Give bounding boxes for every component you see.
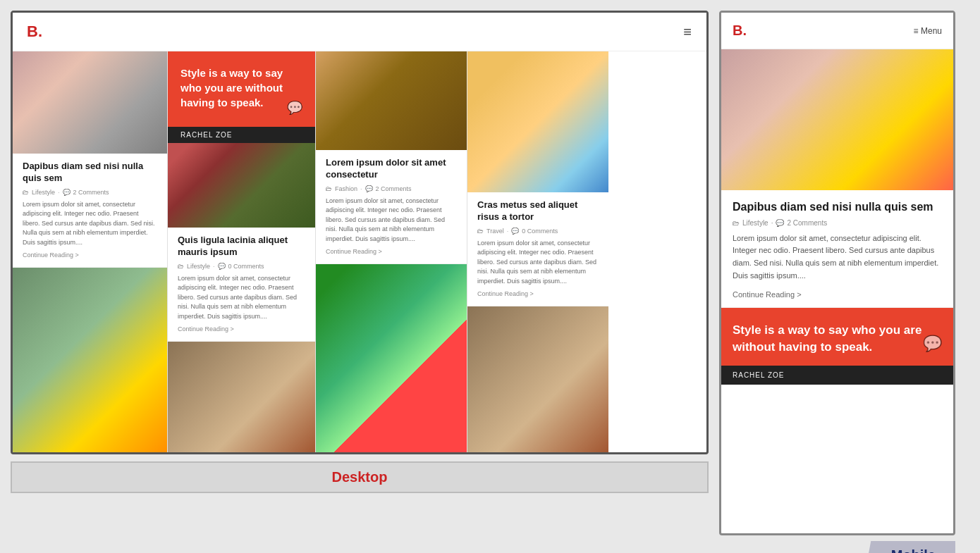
mobile-excerpt: Lorem ipsum dolor sit amet, consectetur … [733, 232, 942, 282]
comment-icon-4: 💬 [511, 228, 519, 235]
col4-article-title: Cras metus sed aliquet risus a tortor [477, 199, 599, 223]
mobile-article-block: Dapibus diam sed nisi nulla quis sem 🗁 L… [721, 190, 953, 308]
col3-category: Fashion [335, 185, 357, 192]
desktop-label-text: Desktop [332, 469, 388, 485]
col3-article-title: Lorem ipsum dolor sit amet consectetur [326, 157, 457, 181]
desktop-section: B. ≡ Dapibus diam sed nisi nulla quis se… [11, 11, 709, 493]
folder-icon-2: 🗁 [178, 263, 184, 270]
mobile-label: Mobile [866, 541, 955, 553]
mobile-folder-icon: 🗁 [733, 219, 740, 227]
mobile-hamburger-icon: ≡ [914, 26, 919, 36]
mobile-frame: B. ≡ Menu Dapibus diam sed nisi nulla qu… [719, 11, 955, 535]
desktop-hamburger-icon[interactable]: ≡ [683, 24, 692, 40]
col3-image-1 [316, 51, 467, 150]
mobile-menu-label: ≡ Menu [914, 26, 942, 36]
col4-article-1: Cras metus sed aliquet risus a tortor 🗁 … [467, 192, 608, 306]
col2-article-1: Quis ligula lacinia aliquet mauris ipsum… [168, 228, 315, 342]
col1-continue[interactable]: Continue Reading [23, 251, 157, 259]
col4-excerpt: Lorem ipsum dolor sit amet, consectetur … [477, 239, 599, 287]
col4-image-2 [467, 306, 608, 454]
col2-continue[interactable]: Continue Reading [178, 325, 305, 333]
desktop-col-4: Cras metus sed aliquet risus a tortor 🗁 … [467, 51, 608, 454]
col2-excerpt: Lorem ipsum dolor sit amet, consectetur … [178, 274, 305, 322]
mobile-category: Lifestyle [742, 219, 768, 227]
col1-comments: 2 Comments [73, 189, 109, 196]
col2-article-title: Quis ligula lacinia aliquet mauris ipsum [178, 235, 305, 259]
col2-image-2 [168, 342, 315, 454]
col1-image-1 [13, 51, 167, 154]
quote-author: RACHEL ZOE [168, 127, 315, 143]
col1-article-title: Dapibus diam sed nisi nulla quis sem [23, 161, 157, 185]
col2-comments: 0 Comments [228, 263, 264, 270]
mobile-content[interactable]: Dapibus diam sed nisi nulla quis sem 🗁 L… [721, 49, 953, 535]
col3-article-meta: 🗁 Fashion · 💬 2 Comments [326, 185, 457, 192]
col2-category: Lifestyle [187, 263, 210, 270]
folder-icon-3: 🗁 [326, 185, 332, 192]
folder-icon: 🗁 [23, 189, 29, 196]
mobile-comments: 2 Comments [787, 219, 827, 227]
col1-image-2 [13, 268, 167, 454]
col4-comments: 0 Comments [522, 228, 558, 235]
col2-image-1 [168, 143, 315, 228]
desktop-blog-header: B. ≡ [13, 13, 706, 51]
mobile-logo: B. [733, 23, 747, 39]
desktop-col-3: Lorem ipsum dolor sit amet consectetur 🗁… [316, 51, 467, 454]
folder-icon-4: 🗁 [477, 228, 484, 235]
mobile-quote-bubble-icon: 💬 [923, 335, 942, 353]
col1-article-meta: 🗁 Lifestyle · 💬 2 Comments [23, 189, 157, 196]
comment-icon-2: 💬 [218, 263, 226, 270]
mobile-hero-image [721, 49, 953, 190]
col1-excerpt: Lorem ipsum dolor sit amet, consectetur … [23, 200, 157, 248]
comment-icon: 💬 [63, 189, 71, 196]
desktop-col-2: Style is a way to say who you are withou… [168, 51, 316, 454]
mobile-quote-author: RACHEL ZOE [721, 366, 953, 385]
col4-category: Travel [486, 228, 504, 235]
col1-article-1: Dapibus diam sed nisi nulla quis sem 🗁 L… [13, 154, 167, 268]
col1-category: Lifestyle [32, 189, 55, 196]
main-layout: B. ≡ Dapibus diam sed nisi nulla quis se… [11, 11, 969, 542]
col3-excerpt: Lorem ipsum dolor sit amet, consectetur … [326, 197, 457, 244]
col3-image-2 [316, 264, 467, 454]
mobile-label-wrapper: Mobile [719, 541, 955, 553]
desktop-frame: B. ≡ Dapibus diam sed nisi nulla quis se… [11, 11, 709, 454]
col4-continue[interactable]: Continue Reading [477, 290, 599, 297]
mobile-label-text: Mobile [891, 547, 936, 553]
mobile-article-meta: 🗁 Lifestyle · 💬 2 Comments [733, 219, 942, 227]
col3-continue[interactable]: Continue Reading [326, 248, 457, 255]
mobile-quote-block: Style is a way to say who you are withou… [721, 308, 953, 366]
mobile-section: B. ≡ Menu Dapibus diam sed nisi nulla qu… [719, 11, 955, 553]
quote-text: Style is a way to say who you are withou… [180, 66, 302, 110]
mobile-continue[interactable]: Continue Reading [733, 290, 802, 299]
desktop-label: Desktop [11, 461, 709, 493]
col4-article-meta: 🗁 Travel · 💬 0 Comments [477, 228, 599, 235]
quote-bubble-icon: 💬 [287, 100, 302, 116]
desktop-grid: Dapibus diam sed nisi nulla quis sem 🗁 L… [13, 51, 706, 454]
desktop-col-1: Dapibus diam sed nisi nulla quis sem 🗁 L… [13, 51, 168, 454]
comment-icon-3: 💬 [365, 185, 373, 192]
col4-image-1 [467, 51, 608, 192]
mobile-blog-header: B. ≡ Menu [721, 13, 953, 49]
col3-comments: 2 Comments [376, 185, 412, 192]
desktop-quote-block: Style is a way to say who you are withou… [168, 51, 315, 127]
col3-article-1: Lorem ipsum dolor sit amet consectetur 🗁… [316, 150, 467, 264]
desktop-logo: B. [27, 23, 42, 41]
mobile-comment-icon: 💬 [776, 219, 784, 227]
mobile-quote-text: Style is a way to say who you are withou… [733, 322, 942, 356]
col2-article-meta: 🗁 Lifestyle · 💬 0 Comments [178, 263, 305, 270]
mobile-article-title: Dapibus diam sed nisi nulla quis sem [733, 200, 942, 215]
